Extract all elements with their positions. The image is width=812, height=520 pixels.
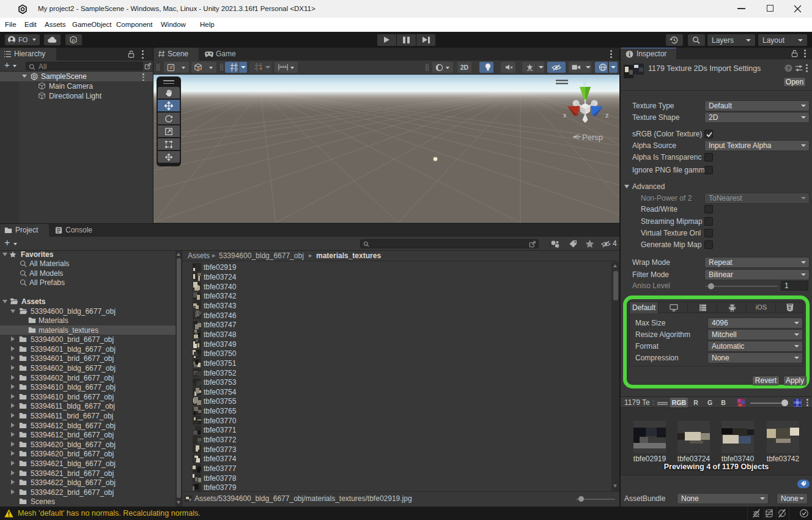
svg-text:Y: Y (234, 67, 238, 72)
svg-text:z: z (605, 111, 609, 119)
svg-text:?: ? (787, 65, 790, 72)
svg-text:p: p (72, 37, 75, 43)
svg-text:5: 5 (788, 305, 791, 311)
svg-text:y: y (583, 78, 586, 87)
svg-text:Persp: Persp (582, 133, 603, 142)
svg-text:x: x (563, 111, 567, 119)
